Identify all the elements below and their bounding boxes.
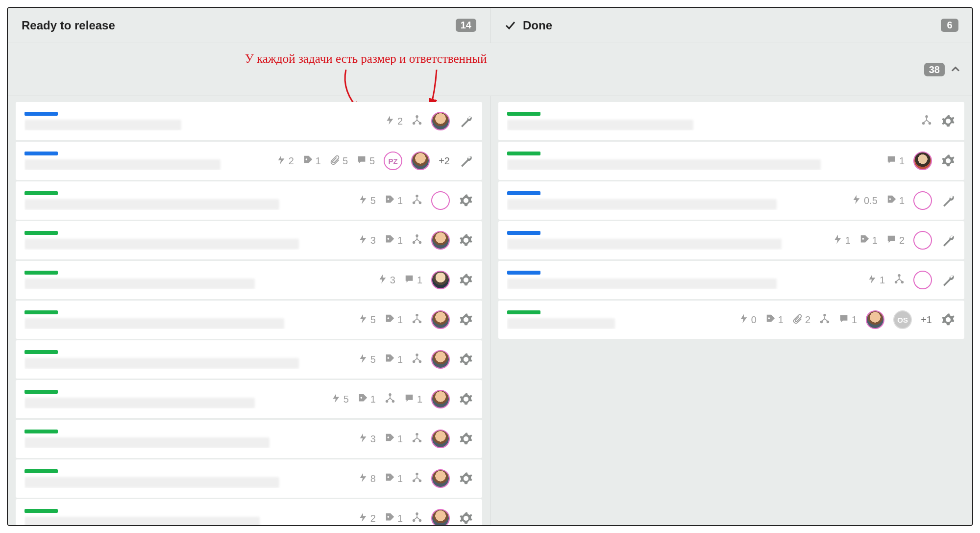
card-content [507,112,914,130]
card-content [507,152,880,170]
assignee-avatar[interactable] [411,152,430,170]
meta-value: 1 [417,394,422,405]
card-title-blurred [24,358,299,369]
assignee-avatar[interactable] [431,231,450,250]
bolt-icon-meta: 3 [358,432,376,446]
assignee-avatar[interactable] [431,430,450,448]
tag-icon [385,512,395,525]
assignee-avatar[interactable] [431,469,450,488]
gear-icon[interactable] [941,312,956,327]
assignee-avatar[interactable] [431,350,450,369]
card-meta: 2 [385,112,473,130]
comment-icon-meta: 1 [886,154,905,168]
task-card[interactable]: 0121OS+1 [498,301,964,339]
task-card[interactable]: 0.51 [498,181,964,220]
gear-icon[interactable] [459,273,473,287]
task-card[interactable]: 81 [16,459,482,498]
assignee-avatar[interactable] [431,271,450,289]
assignee-avatar[interactable]: PZ [384,152,402,170]
wrench-icon[interactable] [459,114,473,128]
group-collapse[interactable]: 38 [924,63,961,76]
meta-value: 1 [417,275,422,286]
meta-value: 1 [845,235,851,246]
gear-icon[interactable] [459,312,473,327]
card-meta: 1 [886,152,956,170]
tag-icon [385,432,395,446]
gear-icon[interactable] [459,431,473,446]
task-card[interactable]: 31 [16,420,482,458]
assignee-avatar[interactable] [866,310,884,329]
gear-icon[interactable] [459,233,473,248]
avatar-overflow[interactable]: +1 [921,314,932,326]
task-card[interactable]: 51 [16,340,482,379]
card-content [507,231,826,250]
gear-icon[interactable] [459,193,473,208]
wrench-icon[interactable] [941,273,956,287]
card-color-bar [507,152,540,155]
bolt-icon [867,274,878,287]
gear-icon[interactable] [459,471,473,486]
assignee-avatar[interactable]: OS [893,310,912,329]
task-card[interactable]: 1 [498,261,964,299]
meta-value: 1 [370,394,376,405]
task-card[interactable]: 2155PZ+2 [16,142,482,180]
tag-icon-meta: 1 [765,313,784,327]
meta-value: 2 [805,314,810,326]
card-color-bar [507,191,540,195]
comment-icon-meta: 1 [839,313,857,327]
avatar-overflow[interactable]: +2 [439,155,450,167]
attachment-icon [330,154,341,168]
gear-icon[interactable] [459,511,473,525]
card-content [24,271,370,289]
task-card[interactable]: 51 [16,181,482,220]
assignee-avatar[interactable] [431,390,450,408]
gear-icon[interactable] [941,114,956,128]
meta-value: 5 [370,314,376,326]
card-color-bar [24,430,58,433]
task-card[interactable]: 511 [16,380,482,418]
assignee-avatar[interactable] [913,152,932,170]
card-meta: 2155PZ+2 [276,152,473,170]
meta-value: 1 [316,155,321,167]
comment-icon-meta: 1 [404,393,422,406]
assignee-avatar-empty[interactable] [913,191,932,210]
tag-icon [385,194,395,207]
gear-icon[interactable] [941,153,956,168]
task-card[interactable] [498,102,964,140]
card-content [24,390,324,408]
task-card[interactable]: 31 [16,221,482,259]
assignee-avatar-empty[interactable] [913,271,932,289]
meta-value: 1 [852,314,857,326]
meta-value: 2 [397,116,403,127]
column-header-done[interactable]: Done 6 [490,8,972,43]
task-card[interactable]: 112 [498,221,964,259]
wrench-icon[interactable] [459,153,473,168]
annotation-row: У каждой задачи есть размер и ответствен… [8,43,972,96]
tag-icon [303,154,314,168]
gear-icon[interactable] [459,392,473,406]
assignee-avatar[interactable] [431,310,450,329]
assignee-avatar[interactable] [431,509,450,525]
meta-value: 3 [370,235,376,246]
wrench-icon[interactable] [941,233,956,248]
assignee-avatar-empty[interactable] [431,191,450,210]
bolt-icon-meta: 2 [358,512,376,525]
column-header-ready[interactable]: Ready to release 14 [8,8,490,43]
meta-value: 1 [397,314,403,326]
card-content [24,152,269,170]
task-card[interactable]: 51 [16,301,482,339]
task-card[interactable]: 2 [16,102,482,140]
meta-value: 1 [880,275,885,286]
task-card[interactable]: 21 [16,499,482,525]
card-content [507,191,844,210]
wrench-icon[interactable] [941,193,956,208]
branch-icon-meta [819,313,830,327]
assignee-avatar[interactable] [431,112,450,130]
card-meta: 51 [358,310,473,329]
gear-icon[interactable] [459,352,473,367]
task-card[interactable]: 31 [16,261,482,299]
card-meta: 31 [358,231,473,250]
comment-icon [886,234,897,247]
assignee-avatar-empty[interactable] [913,231,932,250]
task-card[interactable]: 1 [498,142,964,180]
